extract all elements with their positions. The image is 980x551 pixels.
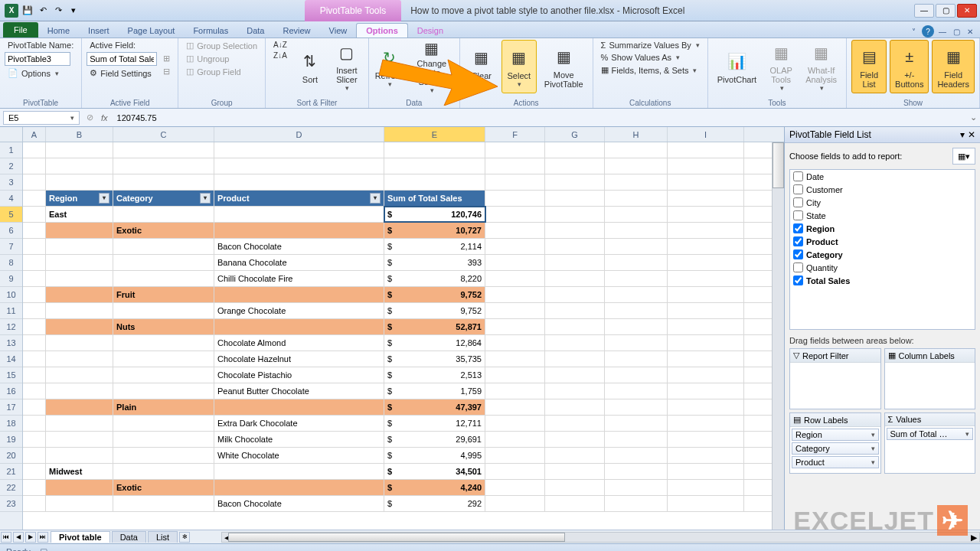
select-all-corner[interactable] bbox=[0, 127, 22, 142]
pivot-product-cell[interactable]: Bacon Chocolate bbox=[214, 496, 384, 511]
cell[interactable] bbox=[605, 191, 668, 206]
pivot-value-cell[interactable]: $10,727 bbox=[384, 223, 485, 238]
cell[interactable] bbox=[545, 207, 605, 222]
cell[interactable] bbox=[668, 448, 744, 463]
field-list-item[interactable]: Category bbox=[790, 248, 975, 261]
cell[interactable] bbox=[485, 142, 545, 158]
cell[interactable] bbox=[485, 432, 545, 447]
cell[interactable] bbox=[485, 223, 545, 238]
show-values-button[interactable]: % Show Values As▾ bbox=[598, 52, 703, 63]
sheet-nav-prev[interactable]: ◀ bbox=[13, 532, 24, 543]
cell[interactable] bbox=[668, 367, 744, 383]
tab-view[interactable]: View bbox=[320, 24, 357, 37]
cell[interactable] bbox=[545, 383, 605, 399]
cell[interactable] bbox=[46, 399, 113, 415]
area-item-dropdown-icon[interactable]: ▾ bbox=[871, 431, 875, 439]
cell[interactable] bbox=[605, 271, 668, 286]
cell[interactable] bbox=[46, 239, 113, 254]
pivot-value-cell[interactable]: $393 bbox=[384, 255, 485, 270]
sheet-nav-last[interactable]: ⏭ bbox=[38, 532, 48, 543]
cell[interactable] bbox=[23, 496, 46, 511]
help-icon[interactable]: ? bbox=[922, 25, 934, 37]
cell[interactable] bbox=[46, 448, 113, 463]
cell[interactable] bbox=[23, 191, 46, 206]
area-item-dropdown-icon[interactable]: ▾ bbox=[871, 445, 875, 452]
sort-button[interactable]: ⇅ Sort bbox=[293, 40, 327, 93]
cell[interactable] bbox=[605, 287, 668, 302]
cell[interactable] bbox=[668, 142, 744, 158]
field-headers-toggle[interactable]: ▦ Field Headers bbox=[932, 40, 975, 93]
cell[interactable] bbox=[668, 464, 744, 479]
cell[interactable] bbox=[384, 142, 485, 158]
cell[interactable] bbox=[23, 303, 46, 318]
field-list-toggle[interactable]: ▤ Field List bbox=[851, 40, 887, 93]
cell[interactable] bbox=[485, 287, 545, 302]
cell[interactable] bbox=[23, 448, 46, 463]
row-header[interactable]: 18 bbox=[0, 416, 22, 432]
grid[interactable]: ABCDEFGHI Region▾Category▾Product▾Sum of… bbox=[23, 127, 784, 530]
area-item-dropdown-icon[interactable]: ▾ bbox=[871, 458, 875, 466]
cell[interactable] bbox=[605, 239, 668, 254]
cell[interactable] bbox=[668, 287, 744, 302]
pivot-value-cell[interactable]: $4,995 bbox=[384, 448, 485, 463]
pivot-value-cell[interactable]: $12,864 bbox=[384, 335, 485, 350]
row-labels-area[interactable]: ▤Row Labels Region▾Category▾Product▾ bbox=[789, 412, 881, 474]
column-header[interactable]: H bbox=[605, 127, 668, 142]
row-header[interactable]: 21 bbox=[0, 464, 22, 480]
column-header[interactable]: D bbox=[214, 127, 384, 142]
report-filter-area[interactable]: ▽Report Filter bbox=[789, 348, 881, 409]
cell[interactable] bbox=[545, 287, 605, 302]
cell[interactable] bbox=[605, 158, 668, 174]
area-item-dropdown-icon[interactable]: ▾ bbox=[965, 430, 969, 438]
cell[interactable] bbox=[485, 158, 545, 174]
row-header[interactable]: 19 bbox=[0, 432, 22, 448]
cell[interactable] bbox=[545, 351, 605, 367]
sheet-tab[interactable]: Pivot table bbox=[51, 531, 110, 543]
pivot-value-cell[interactable]: $29,691 bbox=[384, 432, 485, 447]
cell[interactable] bbox=[46, 351, 113, 367]
cell[interactable] bbox=[113, 303, 214, 318]
area-field-item[interactable]: Product▾ bbox=[792, 456, 879, 468]
field-settings-button[interactable]: ⚙ Field Settings bbox=[87, 67, 157, 79]
cell[interactable] bbox=[605, 319, 668, 334]
change-data-source-button[interactable]: ▦ Change Data Source▾ bbox=[409, 40, 455, 93]
olap-tools-button[interactable]: ▦ OLAP Tools▾ bbox=[764, 40, 798, 93]
sheet-tab[interactable]: Data bbox=[112, 531, 146, 543]
sheet-nav-next[interactable]: ▶ bbox=[25, 532, 36, 543]
cell[interactable] bbox=[485, 383, 545, 399]
cell[interactable] bbox=[113, 255, 214, 270]
field-checkbox[interactable] bbox=[793, 171, 803, 181]
cell[interactable] bbox=[605, 432, 668, 447]
formula-input[interactable]: 120745.75 bbox=[113, 112, 966, 124]
name-box[interactable]: E5 ▾ bbox=[3, 111, 80, 125]
field-list-dropdown-icon[interactable]: ▾ bbox=[960, 129, 965, 140]
cell[interactable] bbox=[23, 255, 46, 270]
cell[interactable] bbox=[46, 319, 113, 334]
pivot-product-cell[interactable]: Chocolate Hazelnut bbox=[214, 351, 384, 367]
cell[interactable] bbox=[384, 174, 485, 190]
field-checkbox[interactable] bbox=[793, 276, 803, 285]
cell[interactable] bbox=[545, 432, 605, 447]
cell[interactable] bbox=[23, 335, 46, 350]
cell[interactable] bbox=[46, 158, 113, 174]
cell[interactable] bbox=[605, 399, 668, 415]
column-header[interactable]: I bbox=[668, 127, 744, 142]
cell[interactable] bbox=[485, 191, 545, 206]
cell[interactable] bbox=[214, 399, 384, 415]
cell[interactable] bbox=[23, 432, 46, 447]
cell[interactable] bbox=[545, 255, 605, 270]
cell[interactable] bbox=[214, 158, 384, 174]
cell[interactable] bbox=[668, 223, 744, 238]
hscroll-right-icon[interactable]: ▶ bbox=[969, 533, 979, 542]
cell[interactable] bbox=[485, 448, 545, 463]
cell[interactable] bbox=[605, 303, 668, 318]
cell[interactable] bbox=[23, 142, 46, 158]
field-list-item[interactable]: City bbox=[790, 196, 975, 209]
minimize-button[interactable]: — bbox=[914, 4, 934, 18]
pivot-header-region[interactable]: Region▾ bbox=[46, 191, 113, 206]
cell[interactable] bbox=[113, 464, 214, 479]
tab-data[interactable]: Data bbox=[237, 24, 273, 37]
cell[interactable] bbox=[485, 207, 545, 222]
cell[interactable] bbox=[605, 207, 668, 222]
field-checkbox[interactable] bbox=[793, 236, 803, 246]
